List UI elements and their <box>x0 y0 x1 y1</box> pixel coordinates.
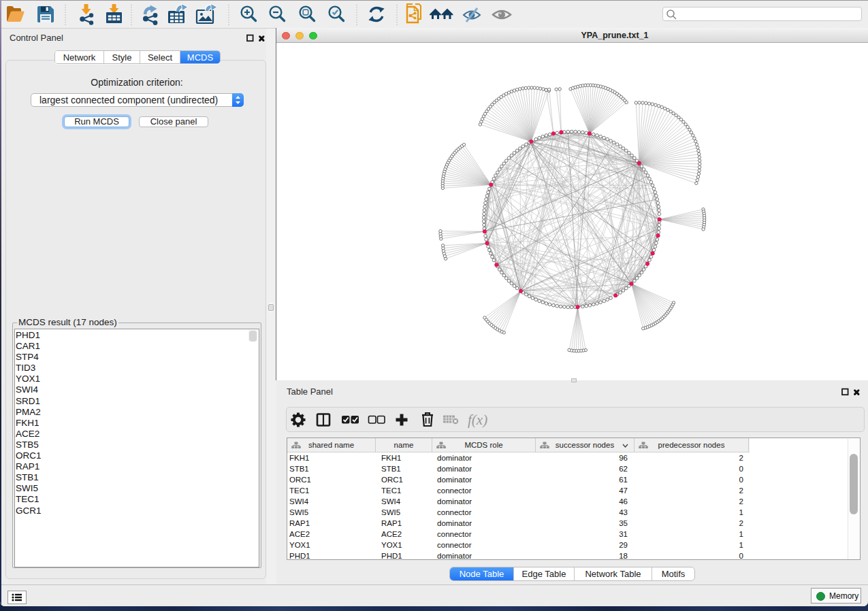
svg-text:f(x): f(x) <box>468 412 487 428</box>
